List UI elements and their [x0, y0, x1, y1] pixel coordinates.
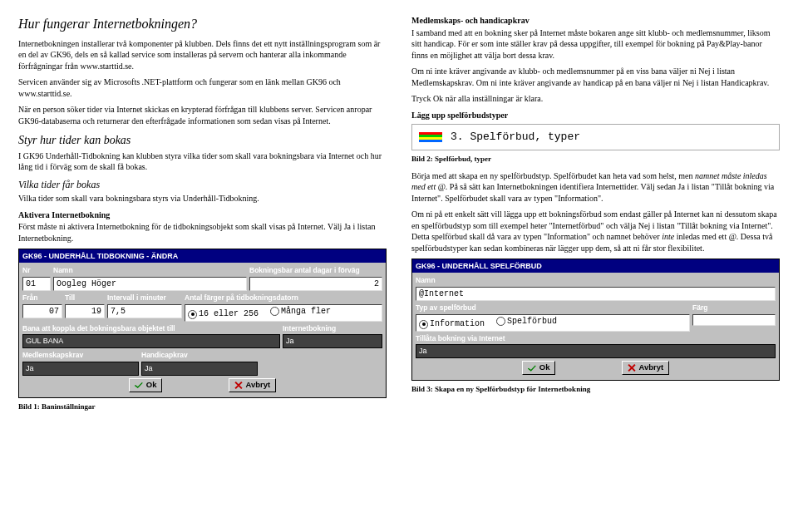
- label-intervall: Intervall i minuter: [107, 293, 182, 303]
- close-icon: [234, 382, 242, 389]
- select-bana[interactable]: GUL BANA: [22, 334, 280, 348]
- label-fran: Från: [22, 293, 62, 303]
- label-namn: Namn: [416, 276, 776, 285]
- titlebar: GK96 - UNDERHÅLL TIDBOKNING - ÄNDRA: [19, 249, 386, 263]
- dialog-tidbokning: GK96 - UNDERHÅLL TIDBOKNING - ÄNDRA Nr 0…: [18, 249, 387, 397]
- para: I samband med att en bokning sker på Int…: [411, 27, 780, 62]
- radio-group-farger: 16 eller 256 Många fler: [185, 304, 382, 322]
- label-handicap: Handicapkrav: [141, 351, 258, 360]
- caption-bild3: Bild 3: Skapa en ny Spelförbudstyp för I…: [411, 384, 780, 394]
- heading-main: Hur fungerar Internetbokningen?: [18, 15, 387, 33]
- subheading-bold: Medlemskaps- och handicapkrav: [411, 15, 780, 27]
- label-farg: Färg: [692, 303, 776, 313]
- radio-16[interactable]: 16 eller 256: [188, 308, 259, 320]
- para: Börja med att skapa en ny spelförbudstyp…: [411, 170, 780, 204]
- radio-group-typ: Information Spelförbud: [416, 314, 690, 332]
- color-stripes-icon: [419, 132, 442, 142]
- radio-label: Många fler: [281, 306, 331, 318]
- radio-dot-icon: [419, 320, 428, 329]
- radio-label: 16 eller 256: [199, 308, 259, 320]
- para: Om ni på ett enkelt sätt vill lägga upp …: [411, 209, 780, 254]
- label-till: Till: [65, 293, 105, 303]
- close-icon: [628, 364, 635, 372]
- input-nr[interactable]: 01: [22, 277, 51, 292]
- spelforbud-typer-box: 3. Spelförbud, typer: [411, 124, 780, 150]
- button-label: Ok: [146, 380, 157, 391]
- input-namn[interactable]: Oogleg Höger: [53, 277, 247, 292]
- label-medlemskap: Medlemskapskrav: [22, 351, 139, 360]
- para: Vilka tider som skall vara bokningsbara …: [18, 193, 387, 204]
- dialog-spelforbud: GK96 - UNDERHÅLL SPELFÖRBUD Namn @Intern…: [411, 259, 780, 381]
- select-handicap[interactable]: Ja: [141, 362, 258, 376]
- heading-sub2: Vilka tider får bokas: [18, 178, 387, 191]
- caption-bild1: Bild 1: Baninställningar: [18, 401, 387, 411]
- caption-bild2: Bild 2: Spelförbud, typer: [411, 154, 780, 164]
- ok-button[interactable]: Ok: [522, 361, 556, 375]
- para: Tryck Ok när alla inställningar är klara…: [411, 93, 780, 105]
- radio-label: Spelförbud: [507, 316, 557, 328]
- subheading-bold: Aktivera Internetbokning: [18, 209, 387, 221]
- select-medlemskap[interactable]: Ja: [22, 362, 139, 376]
- radio-spelforbud[interactable]: Spelförbud: [496, 316, 557, 328]
- label-namn: Namn: [53, 266, 247, 275]
- radio-label: Information: [430, 318, 485, 330]
- label-farger: Antal färger på tidbokningsdatorn: [185, 293, 382, 303]
- subheading-bold: Lägg upp spelförbudstyper: [411, 110, 780, 121]
- select-tillat[interactable]: Ja: [416, 344, 776, 358]
- spelforbud-text: 3. Spelförbud, typer: [451, 130, 580, 145]
- avbryt-button[interactable]: Avbryt: [229, 378, 276, 392]
- select-internetbokning[interactable]: Ja: [283, 334, 382, 348]
- avbryt-button[interactable]: Avbryt: [622, 361, 669, 375]
- button-label: Ok: [539, 362, 550, 373]
- input-intervall[interactable]: 7,5: [107, 304, 182, 319]
- label-internetbokning: Internetbokning: [283, 324, 382, 333]
- heading-sub: Styr hur tider kan bokas: [18, 133, 387, 149]
- radio-dot-icon: [270, 307, 279, 316]
- titlebar: GK96 - UNDERHÅLL SPELFÖRBUD: [412, 259, 779, 273]
- check-icon: [528, 365, 536, 372]
- input-till[interactable]: 19: [65, 304, 105, 319]
- input-fran[interactable]: 07: [22, 304, 62, 319]
- label-dagar: Bokningsbar antal dagar i förväg: [249, 266, 382, 275]
- button-label: Avbryt: [638, 362, 663, 373]
- para: Servicen använder sig av Microsofts .NET…: [18, 76, 387, 99]
- para: Först måste ni aktivera Internetbokning …: [18, 221, 387, 244]
- input-dagar[interactable]: 2: [249, 277, 382, 292]
- label-typ: Typ av spelförbud: [416, 303, 690, 313]
- para: Om ni inte kräver angivande av klubb- oc…: [411, 66, 780, 88]
- label-bana: Bana att koppla det bokningsbara objekte…: [22, 324, 280, 333]
- para: I GK96 Underhåll-Tidbokning kan klubben …: [18, 150, 387, 173]
- input-namn[interactable]: @Internet: [416, 287, 776, 302]
- check-icon: [135, 382, 143, 388]
- label-tillat: Tillåta bokning via Internet: [416, 334, 776, 343]
- para: Internetbokningen installerar två kompon…: [18, 38, 387, 72]
- ok-button[interactable]: Ok: [129, 378, 163, 392]
- radio-manga[interactable]: Många fler: [270, 306, 331, 318]
- color-swatch[interactable]: [692, 314, 776, 326]
- radio-dot-icon: [188, 310, 197, 319]
- radio-dot-icon: [496, 317, 505, 326]
- para: När en person söker tider via Internet s…: [18, 104, 387, 126]
- radio-information[interactable]: Information: [419, 318, 485, 330]
- button-label: Avbryt: [245, 380, 270, 391]
- label-nr: Nr: [22, 266, 51, 275]
